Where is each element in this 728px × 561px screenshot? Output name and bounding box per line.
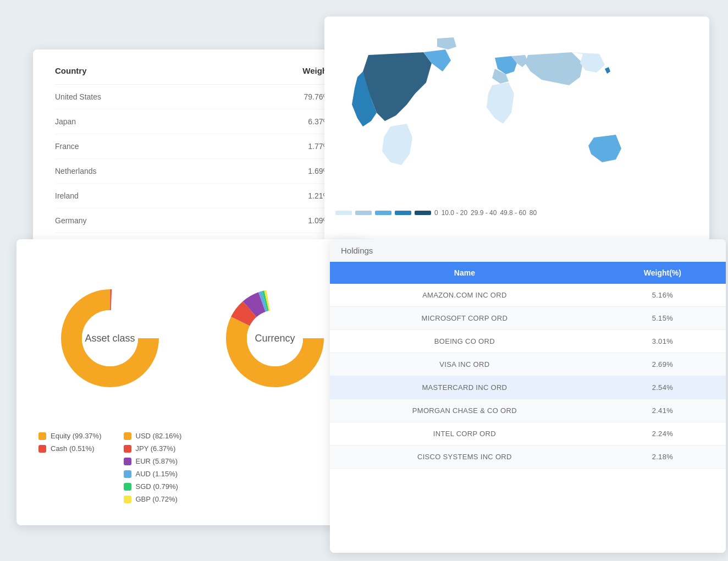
holdings-row: CISCO SYSTEMS INC ORD 2.18%	[330, 446, 726, 469]
legend-color-dot	[124, 483, 131, 491]
asset-class-svg	[55, 283, 165, 393]
legend-bar-2	[355, 211, 372, 215]
currency-donut-container: Currency	[220, 283, 330, 393]
country-name: Ireland	[55, 184, 228, 208]
holding-name: MASTERCARD INC ORD	[330, 376, 599, 399]
country-table: Country Weight United States 79.76% Japa…	[55, 66, 330, 233]
asset-legend-item: Equity (99.37%)	[38, 432, 102, 440]
legend-color-dot	[124, 458, 131, 465]
currency-legend-item: EUR (5.87%)	[124, 457, 182, 465]
country-name: Japan	[55, 109, 228, 134]
legend-color-dot	[124, 496, 131, 503]
country-name: United States	[55, 85, 228, 109]
country-row: Netherlands 1.69%	[55, 159, 330, 184]
legend-label-1: 10.0 - 20	[442, 209, 467, 217]
legend-bar-1	[335, 211, 352, 215]
greenland-shape	[437, 37, 456, 50]
holding-name: BOEING CO ORD	[330, 330, 599, 353]
donut-card: Asset class	[16, 239, 368, 525]
holding-weight: 2.18%	[599, 446, 726, 469]
holding-weight: 2.41%	[599, 399, 726, 422]
country-weight: 1.77%	[228, 134, 330, 159]
currency-svg	[220, 283, 330, 393]
currency-legend-item: JPY (6.37%)	[124, 444, 182, 453]
holding-weight: 2.54%	[599, 376, 726, 399]
country-weight: 1.09%	[228, 208, 330, 233]
holdings-row: AMAZON.COM INC ORD 5.16%	[330, 284, 726, 307]
holdings-row: MICROSOFT CORP ORD 5.15%	[330, 307, 726, 330]
japan-shape	[605, 67, 610, 74]
legend-item-label: EUR (5.87%)	[136, 457, 178, 465]
country-row: Japan 6.37%	[55, 109, 330, 134]
currency-legend-item: GBP (0.72%)	[124, 495, 182, 503]
country-row: Ireland 1.21%	[55, 184, 330, 208]
country-weight: 6.37%	[228, 109, 330, 134]
country-col-header: Country	[55, 66, 228, 85]
currency-donut-wrapper: Currency	[220, 283, 330, 393]
map-svg	[335, 28, 698, 204]
legend-item-label: USD (82.16%)	[136, 432, 182, 440]
holding-name: VISA INC ORD	[330, 353, 599, 376]
holdings-card: Holdings Name Weight(%) AMAZON.COM INC O…	[330, 239, 726, 553]
holding-name: PMORGAN CHASE & CO ORD	[330, 399, 599, 422]
south-america-shape	[382, 124, 412, 165]
world-map	[335, 28, 698, 204]
holdings-table: Name Weight(%) AMAZON.COM INC ORD 5.16% …	[330, 262, 726, 469]
holding-weight: 2.69%	[599, 353, 726, 376]
holdings-row: MASTERCARD INC ORD 2.54%	[330, 376, 726, 399]
legend-label-0: 0	[434, 209, 438, 217]
legend-item-label: GBP (0.72%)	[136, 495, 178, 503]
holdings-row: PMORGAN CHASE & CO ORD 2.41%	[330, 399, 726, 422]
country-name: Germany	[55, 208, 228, 233]
currency-legend-item: AUD (1.15%)	[124, 470, 182, 478]
weight-col-header: Weight	[228, 66, 330, 85]
legend-bar-3	[375, 211, 391, 215]
currency-legend-item: SGD (0.79%)	[124, 482, 182, 491]
legend-color-dot	[124, 470, 131, 478]
legend-label-4: 80	[530, 209, 537, 217]
australia-shape	[588, 135, 621, 162]
legend-bar-5	[415, 211, 431, 215]
asset-legend-group: Equity (99.37%) Cash (0.51%)	[38, 432, 102, 503]
map-card: 0 10.0 - 20 29.9 - 40 49.8 - 60 80	[324, 16, 709, 242]
legend-color-dot	[38, 432, 46, 440]
donut-charts-row: Asset class	[27, 256, 357, 421]
legend-label-2: 29.9 - 40	[471, 209, 497, 217]
country-row: France 1.77%	[55, 134, 330, 159]
asia-shape	[525, 52, 583, 85]
country-weight: 79.76%	[228, 85, 330, 109]
asset-legend-item: Cash (0.51%)	[38, 444, 102, 453]
country-row: United States 79.76%	[55, 85, 330, 109]
legend-item-label: Equity (99.37%)	[51, 432, 102, 440]
legend-color-dot	[38, 445, 46, 453]
holding-weight: 3.01%	[599, 330, 726, 353]
legend-item-label: AUD (1.15%)	[136, 470, 178, 478]
country-name: Netherlands	[55, 159, 228, 184]
legend-section: Equity (99.37%) Cash (0.51%) USD (82.16%…	[27, 421, 357, 509]
legend-label-3: 49.8 - 60	[500, 209, 526, 217]
currency-legend-item: USD (82.16%)	[124, 432, 182, 440]
holding-weight: 5.16%	[599, 284, 726, 307]
currency-legend-group: USD (82.16%) JPY (6.37%) EUR (5.87%) AUD…	[124, 432, 182, 503]
legend-bar-4	[395, 211, 411, 215]
asset-donut-center	[82, 310, 138, 366]
legend-item-label: JPY (6.37%)	[136, 444, 176, 453]
legend-color-dot	[124, 432, 131, 440]
country-row: Germany 1.09%	[55, 208, 330, 233]
holdings-header-row: Name Weight(%)	[330, 262, 726, 284]
holdings-name-header: Name	[330, 262, 599, 284]
holding-name: INTEL CORP ORD	[330, 422, 599, 446]
holdings-header: Holdings	[330, 239, 726, 262]
holding-name: AMAZON.COM INC ORD	[330, 284, 599, 307]
holdings-row: VISA INC ORD 2.69%	[330, 353, 726, 376]
country-weight: 1.69%	[228, 159, 330, 184]
currency-donut-center	[247, 310, 303, 366]
country-weight: 1.21%	[228, 184, 330, 208]
holding-weight: 5.15%	[599, 307, 726, 330]
holdings-row: INTEL CORP ORD 2.24%	[330, 422, 726, 446]
holding-name: CISCO SYSTEMS INC ORD	[330, 446, 599, 469]
legend-color-dot	[124, 445, 131, 453]
asset-class-donut-wrapper: Asset class	[55, 283, 165, 393]
map-legend: 0 10.0 - 20 29.9 - 40 49.8 - 60 80	[335, 204, 698, 217]
legend-item-label: Cash (0.51%)	[51, 444, 94, 453]
